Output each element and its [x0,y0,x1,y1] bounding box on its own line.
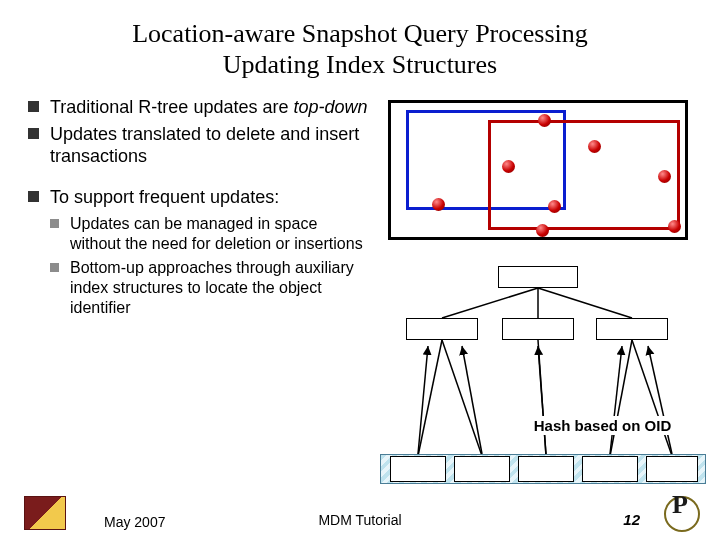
bullet-item: Updates translated to delete and insert … [28,123,368,168]
svg-line-0 [442,288,538,318]
bullet-text: To support frequent updates: [50,187,279,207]
index-tree-diagram: Hash based on OID [378,266,708,526]
sub-bullet-item: Updates can be managed in space without … [50,214,368,254]
svg-line-10 [538,346,546,454]
svg-line-12 [648,346,672,454]
tree-leaf-node [390,456,446,482]
rtree-diagram [388,100,688,240]
svg-line-3 [418,340,442,456]
title-line-1: Location-aware Snapshot Query Processing [132,19,588,48]
bullet-text: Updates translated to delete and insert … [50,124,359,167]
sub-bullet-item: Bottom-up approaches through auxiliary i… [50,258,368,318]
sub-bullet-text: Updates can be managed in space without … [70,215,363,252]
tree-mid-node [502,318,574,340]
bullet-item: Traditional R-tree updates are top-down [28,96,368,119]
tree-leaf-node [454,456,510,482]
tree-connectors [378,266,708,486]
bullet-text: Traditional R-tree updates are [50,97,288,117]
svg-line-8 [418,346,428,454]
university-logo-left [24,496,66,530]
slide: Location-aware Snapshot Query Processing… [0,0,720,540]
text-column: Traditional R-tree updates are top-down … [28,96,368,336]
title-line-2: Updating Index Structures [223,50,497,79]
hash-label: Hash based on OID [500,416,705,435]
rtree-red-rect [488,120,680,230]
tree-root-node [498,266,578,288]
svg-line-4 [442,340,482,456]
tree-mid-node [406,318,478,340]
svg-line-9 [462,346,482,454]
footer-date: May 2007 [104,514,165,530]
bullet-group-1: Traditional R-tree updates are top-down … [28,96,368,168]
tree-leaf-node [646,456,698,482]
bullet-text-italic: top-down [293,97,367,117]
svg-line-2 [538,288,632,318]
svg-line-7 [632,340,672,456]
bullet-group-2: To support frequent updates: Updates can… [28,186,368,319]
bullet-item: To support frequent updates: Updates can… [28,186,368,319]
diagram-column: Hash based on OID [378,96,692,336]
tree-leaf-node [582,456,638,482]
university-logo-right [658,490,702,534]
slide-number: 12 [623,511,640,528]
content-area: Traditional R-tree updates are top-down … [28,96,692,336]
tree-leaf-node [518,456,574,482]
footer-center: MDM Tutorial [318,512,401,528]
sub-bullet-list: Updates can be managed in space without … [50,214,368,318]
tree-mid-node [596,318,668,340]
sub-bullet-text: Bottom-up approaches through auxiliary i… [70,259,354,316]
slide-title: Location-aware Snapshot Query Processing… [28,18,692,80]
